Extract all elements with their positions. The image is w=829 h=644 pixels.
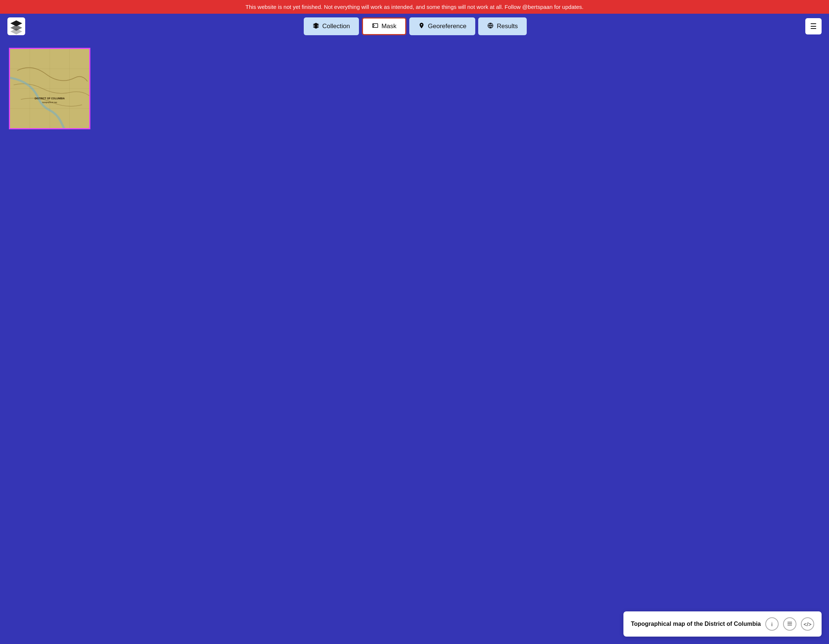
tab-georeference[interactable]: Georeference: [409, 17, 475, 35]
tab-mask-label: Mask: [381, 23, 397, 30]
code-button[interactable]: </>: [801, 617, 814, 631]
hamburger-icon: ☰: [810, 22, 817, 31]
tab-results-label: Results: [497, 23, 518, 30]
list-icon: [787, 621, 793, 628]
nav-tabs: Collection Mask Georeference: [304, 17, 527, 35]
banner-text: This website is not yet finished. Not ev…: [246, 4, 583, 10]
logo[interactable]: [8, 17, 25, 35]
menu-button[interactable]: ☰: [805, 18, 821, 35]
tab-results[interactable]: Results: [478, 17, 527, 35]
code-icon: </>: [804, 621, 812, 627]
tab-collection-label: Collection: [322, 23, 350, 30]
pin-icon: [418, 22, 425, 30]
map-thumbnail[interactable]: DISTRICT OF COLUMBIA topographical map: [9, 48, 90, 129]
map-title: Topographical map of the District of Col…: [631, 621, 761, 627]
warning-banner: This website is not yet finished. Not ev…: [0, 0, 829, 14]
map-image: DISTRICT OF COLUMBIA topographical map: [10, 49, 89, 128]
mask-icon: [372, 22, 378, 30]
header: Collection Mask Georeference: [0, 14, 829, 39]
globe-icon: [487, 22, 494, 30]
bottom-panel: Topographical map of the District of Col…: [623, 611, 821, 636]
info-icon: i: [771, 621, 772, 627]
svg-text:topographical map: topographical map: [42, 101, 57, 103]
tab-georeference-label: Georeference: [428, 23, 467, 30]
tab-mask[interactable]: Mask: [362, 17, 407, 35]
main-content: DISTRICT OF COLUMBIA topographical map: [0, 39, 829, 631]
layers-icon: [313, 22, 319, 30]
svg-text:DISTRICT OF COLUMBIA: DISTRICT OF COLUMBIA: [35, 97, 65, 99]
tab-collection[interactable]: Collection: [304, 17, 359, 35]
list-button[interactable]: [783, 617, 796, 631]
info-button[interactable]: i: [765, 617, 779, 631]
